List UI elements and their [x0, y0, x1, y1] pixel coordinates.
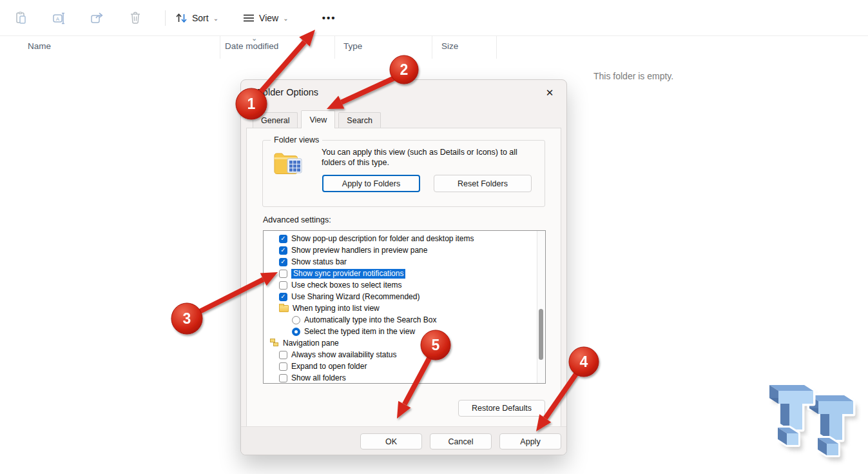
advanced-settings-list[interactable]: ✓Show pop-up description for folder and … [263, 230, 546, 384]
scrollbar-thumb[interactable] [539, 309, 543, 360]
chevron-down-icon: ⌄ [213, 15, 218, 22]
checkbox[interactable]: ✓ [279, 246, 287, 255]
paste-icon [14, 11, 28, 25]
radio-button[interactable] [292, 316, 300, 324]
more-options-icon: ••• [322, 12, 336, 23]
tweaktown-logo [760, 366, 861, 469]
column-header-type[interactable]: Type [343, 41, 362, 51]
svg-text:A: A [56, 15, 60, 21]
step-circle [171, 303, 202, 334]
advanced-item-label: Show status bar [291, 257, 347, 266]
advanced-item[interactable]: Select the typed item in the view [264, 326, 545, 337]
share-button[interactable] [84, 6, 110, 30]
share-icon [90, 11, 105, 25]
apply-button[interactable]: Apply [499, 433, 561, 449]
advanced-item[interactable]: When typing into list view [264, 302, 545, 314]
dialog-footer: OK Cancel Apply [241, 426, 566, 455]
folder-options-dialog: Folder Options ✕ General View Search Fol… [240, 79, 567, 455]
advanced-item-label: Expand to open folder [291, 362, 367, 371]
column-divider [334, 36, 335, 59]
advanced-item[interactable]: Always show availability status [264, 349, 545, 360]
column-divider [432, 36, 432, 59]
column-header-date-modified[interactable]: Date modified [225, 41, 278, 51]
advanced-item-label: Show all folders [291, 373, 346, 382]
tab-general[interactable]: General [253, 112, 298, 128]
advanced-item-label: Show pop-up description for folder and d… [291, 234, 474, 243]
advanced-item[interactable]: Use check boxes to select items [264, 279, 545, 291]
chevron-down-icon: ⌄ [283, 15, 288, 22]
advanced-item[interactable]: Show sync provider notifications [264, 268, 545, 279]
close-button[interactable]: ✕ [539, 84, 560, 101]
advanced-item[interactable]: Expand to open folder [264, 360, 545, 372]
delete-button[interactable] [122, 6, 148, 30]
view-button[interactable]: View ⌄ [236, 6, 294, 30]
more-options-button[interactable]: ••• [312, 6, 347, 30]
navigation-pane-icon [270, 339, 279, 348]
view-icon [243, 13, 255, 23]
toolbar-divider [165, 10, 166, 26]
sort-label: Sort [192, 13, 209, 23]
empty-folder-message: This folder is empty. [593, 71, 673, 81]
advanced-item-label: When typing into list view [293, 304, 380, 313]
advanced-item-label: Use Sharing Wizard (Recommended) [291, 292, 420, 301]
view-tab-page: Folder views You can apply this view (su… [246, 128, 561, 428]
advanced-settings-rows: ✓Show pop-up description for folder and … [264, 231, 545, 384]
paste-button[interactable] [8, 6, 34, 30]
folder-views-icon [273, 151, 303, 175]
restore-defaults-button[interactable]: Restore Defaults [458, 400, 545, 417]
reset-folders-button[interactable]: Reset Folders [434, 175, 532, 192]
checkbox[interactable] [279, 362, 287, 371]
advanced-item[interactable]: Show all folders [264, 372, 545, 384]
advanced-item-label: Show sync provider notifications [291, 269, 405, 279]
folder-icon [279, 305, 289, 312]
column-divider [496, 36, 497, 59]
advanced-item-label: Always show availability status [291, 350, 396, 359]
step-number: 2 [400, 61, 409, 78]
cancel-button[interactable]: Cancel [430, 433, 492, 449]
advanced-item-label: Navigation pane [283, 339, 339, 348]
scrollbar[interactable] [537, 231, 545, 383]
view-label: View [259, 13, 278, 23]
folder-views-legend: Folder views [271, 135, 322, 144]
checkbox[interactable] [279, 270, 287, 278]
advanced-item-label: Show preview handlers in preview pane [291, 246, 427, 255]
advanced-item[interactable]: ✓Show pop-up description for folder and … [264, 233, 545, 244]
advanced-item[interactable]: ✓Use Sharing Wizard (Recommended) [264, 291, 545, 302]
checkbox[interactable]: ✓ [279, 235, 287, 243]
step-number: 4 [580, 353, 588, 370]
sort-button[interactable]: Sort ⌄ [169, 6, 225, 30]
checkbox[interactable] [279, 281, 287, 290]
tab-strip: General View Search [253, 111, 384, 128]
advanced-item-label: Automatically type into the Search Box [304, 315, 436, 324]
dialog-title: Folder Options [257, 87, 318, 97]
step-circle [569, 347, 599, 377]
column-header-size[interactable]: Size [441, 41, 458, 51]
advanced-item[interactable]: Navigation pane [264, 337, 545, 349]
checkbox[interactable] [279, 351, 287, 359]
advanced-item-label: Use check boxes to select items [291, 281, 401, 290]
advanced-item-label: Select the typed item in the view [304, 327, 415, 336]
checkbox[interactable] [279, 374, 287, 382]
tab-search[interactable]: Search [338, 112, 381, 128]
tab-view[interactable]: View [301, 110, 335, 128]
apply-to-folders-button[interactable]: Apply to Folders [322, 175, 420, 192]
checkbox[interactable]: ✓ [279, 293, 287, 301]
advanced-settings-label: Advanced settings: [263, 215, 331, 224]
advanced-item[interactable]: ✓Show status bar [264, 256, 545, 268]
ok-button[interactable]: OK [360, 433, 422, 449]
column-header-name[interactable]: Name [28, 41, 51, 51]
rename-button[interactable]: A [46, 6, 72, 30]
folder-views-group: Folder views You can apply this view (su… [262, 140, 545, 207]
sort-icon [175, 12, 188, 24]
rename-icon: A [52, 11, 67, 25]
step-number: 3 [183, 310, 191, 327]
advanced-item[interactable]: ✓Show preview handlers in preview pane [264, 244, 545, 256]
delete-icon [128, 11, 142, 25]
explorer-toolbar: A Sort ⌄ [0, 0, 868, 36]
radio-button[interactable] [292, 328, 300, 336]
close-icon: ✕ [546, 87, 554, 99]
column-divider [220, 36, 220, 59]
checkbox[interactable]: ✓ [279, 258, 287, 266]
advanced-item[interactable]: Automatically type into the Search Box [264, 314, 545, 326]
column-header-row: Name ⌄ Date modified Type Size [0, 36, 868, 59]
